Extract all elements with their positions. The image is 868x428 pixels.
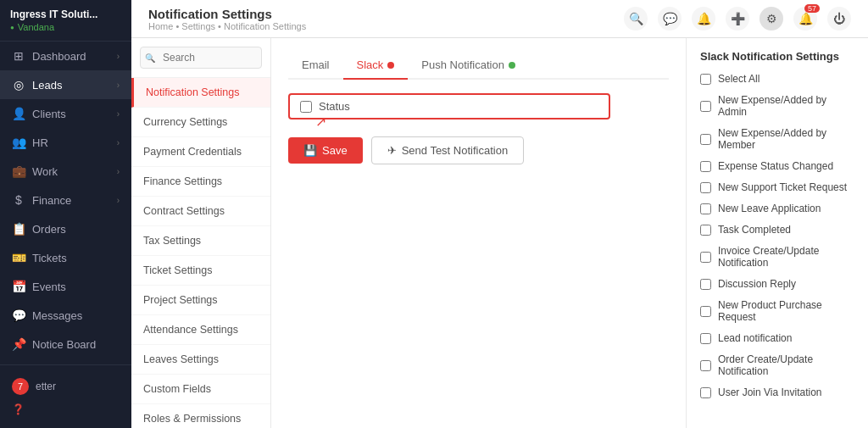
settings-search-wrap	[131, 38, 270, 78]
settings-nav-custom-fields[interactable]: Custom Fields	[131, 375, 270, 404]
slack-option-user-join-invitation: User Join Via Invitation	[700, 386, 854, 398]
settings-nav-tax-settings[interactable]: Tax Settings	[131, 226, 270, 256]
notification-icon[interactable]: 🔔 57	[793, 7, 817, 31]
settings-nav-finance-settings[interactable]: Finance Settings	[131, 167, 270, 197]
topbar-right: 🔍 💬 🔔 ➕ ⚙ 🔔 57 ⏻	[624, 7, 851, 31]
orders-icon: 📋	[12, 222, 25, 236]
sidebar-label-orders: Orders	[32, 223, 66, 236]
chat-icon[interactable]: 💬	[658, 7, 682, 31]
events-icon: 📅	[12, 280, 25, 293]
save-button[interactable]: 💾 Save	[288, 137, 363, 164]
slack-label-discussion-reply: Discussion Reply	[718, 278, 796, 290]
slack-option-expense-status-changed: Expense Status Changed	[700, 160, 854, 172]
sidebar-item-events[interactable]: 📅 Events	[0, 272, 131, 301]
tab-slack[interactable]: Slack	[343, 52, 409, 80]
slack-checkbox-expense-status-changed[interactable]	[700, 161, 711, 172]
sidebar-item-hr[interactable]: 👥 HR ›	[0, 128, 131, 157]
slack-label-select-all: Select All	[718, 73, 760, 85]
slack-option-new-support-ticket: New Support Ticket Request	[700, 181, 854, 193]
slack-checkbox-invoice-create-update[interactable]	[700, 252, 711, 263]
sidebar-header: Ingress IT Soluti... Vandana	[0, 0, 131, 42]
settings-nav: Notification SettingsCurrency SettingsPa…	[131, 38, 271, 428]
tab-push-notification[interactable]: Push Notification	[408, 52, 529, 80]
tab-dot-green	[509, 62, 515, 69]
sidebar-item-tickets[interactable]: 🎫 Tickets	[0, 243, 131, 272]
slack-label-order-create-update: Order Create/Update Notification	[718, 353, 854, 377]
chevron-icon: ›	[117, 196, 120, 205]
settings-nav-project-settings[interactable]: Project Settings	[131, 286, 270, 315]
sidebar-footer-item[interactable]: 7 etter	[12, 374, 120, 399]
chevron-icon: ›	[117, 167, 120, 176]
slack-label-new-leave-application: New Leave Application	[718, 203, 821, 214]
settings-nav-leaves-settings[interactable]: Leaves Settings	[131, 345, 270, 375]
slack-label-lead-notification: Lead notification	[718, 332, 792, 344]
clients-icon: 👤	[12, 107, 25, 120]
sidebar-item-knowledgebase[interactable]: 📖 Knowledge Base	[0, 359, 131, 364]
settings-icon[interactable]: ⚙	[760, 7, 783, 31]
slack-option-new-expense-admin: New Expense/Added by Admin	[700, 94, 854, 118]
help-item[interactable]: ❓	[12, 399, 120, 420]
slack-checkbox-task-completed[interactable]	[700, 225, 711, 236]
hr-icon: 👥	[12, 136, 25, 149]
settings-nav-contract-settings[interactable]: Contract Settings	[131, 197, 270, 226]
slack-option-select-all: Select All	[700, 73, 854, 85]
slack-checkbox-lead-notification[interactable]	[700, 333, 711, 344]
status-checkbox[interactable]	[300, 101, 312, 113]
status-box: Status ↗	[288, 93, 610, 120]
finance-icon: $	[12, 193, 25, 207]
messages-icon: 💬	[12, 308, 25, 322]
slack-checkbox-user-join-invitation[interactable]	[700, 387, 711, 398]
footer-badge: 7	[12, 378, 29, 395]
plus-icon[interactable]: ➕	[726, 7, 749, 31]
settings-nav-currency-settings[interactable]: Currency Settings	[131, 108, 270, 137]
sidebar-item-noticeboard[interactable]: 📌 Notice Board	[0, 330, 131, 359]
tab-label-push-notification: Push Notification	[421, 58, 504, 71]
settings-nav-ticket-settings[interactable]: Ticket Settings	[131, 256, 270, 286]
breadcrumb: Home • Settings • Notification Settings	[148, 21, 306, 31]
tickets-icon: 🎫	[12, 251, 25, 264]
cursor-arrow: ↗	[315, 114, 326, 130]
slack-checkbox-new-expense-admin[interactable]	[700, 101, 711, 112]
bell-icon[interactable]: 🔔	[692, 7, 715, 31]
sidebar-user: Vandana	[10, 22, 121, 32]
slack-checkbox-order-create-update[interactable]	[700, 360, 711, 371]
slack-checkbox-new-leave-application[interactable]	[700, 203, 711, 214]
slack-checkbox-new-support-ticket[interactable]	[700, 182, 711, 193]
tab-label-slack: Slack	[357, 58, 384, 71]
sidebar-item-dashboard[interactable]: ⊞ Dashboard ›	[0, 42, 131, 70]
sidebar-item-messages[interactable]: 💬 Messages	[0, 301, 131, 330]
sidebar-item-clients[interactable]: 👤 Clients ›	[0, 99, 131, 128]
send-test-button[interactable]: ✈ Send Test Notification	[371, 136, 525, 164]
power-icon[interactable]: ⏻	[827, 7, 851, 31]
settings-nav-notification-settings[interactable]: Notification Settings	[131, 78, 270, 108]
page-title: Notification Settings	[148, 7, 306, 21]
slack-checkbox-new-expense-member[interactable]	[700, 134, 711, 145]
sidebar-item-leads[interactable]: ◎ Leads ›	[0, 70, 131, 99]
footer-label: etter	[36, 381, 56, 392]
sidebar-item-orders[interactable]: 📋 Orders	[0, 214, 131, 243]
slack-option-invoice-create-update: Invoice Create/Update Notification	[700, 245, 854, 269]
slack-checkbox-discussion-reply[interactable]	[700, 279, 711, 290]
settings-nav-payment-credentials[interactable]: Payment Credentials	[131, 137, 270, 167]
sidebar-item-finance[interactable]: $ Finance ›	[0, 186, 131, 214]
slack-checkbox-new-product-purchase[interactable]	[700, 306, 711, 317]
settings-search-input[interactable]	[140, 47, 262, 69]
sidebar-item-work[interactable]: 💼 Work ›	[0, 157, 131, 186]
slack-checkbox-select-all[interactable]	[700, 74, 711, 85]
search-icon[interactable]: 🔍	[624, 7, 648, 31]
tab-email[interactable]: Email	[288, 52, 343, 80]
slack-label-expense-status-changed: Expense Status Changed	[718, 160, 833, 172]
chevron-icon: ›	[117, 138, 120, 147]
topbar: Notification Settings Home • Settings • …	[131, 0, 868, 38]
tab-dot-red	[387, 62, 394, 69]
settings-nav-attendance-settings[interactable]: Attendance Settings	[131, 315, 270, 345]
tab-label-email: Email	[302, 58, 330, 71]
slack-option-order-create-update: Order Create/Update Notification	[700, 353, 854, 377]
send-icon: ✈	[387, 144, 397, 157]
sidebar-label-finance: Finance	[32, 194, 71, 207]
settings-nav-list: Notification SettingsCurrency SettingsPa…	[131, 78, 270, 428]
tabs-bar: EmailSlackPush Notification	[288, 52, 669, 80]
settings-nav-roles-permissions[interactable]: Roles & Permissions	[131, 404, 270, 428]
status-row: Status ↗	[288, 93, 669, 120]
sidebar-label-clients: Clients	[32, 108, 66, 120]
